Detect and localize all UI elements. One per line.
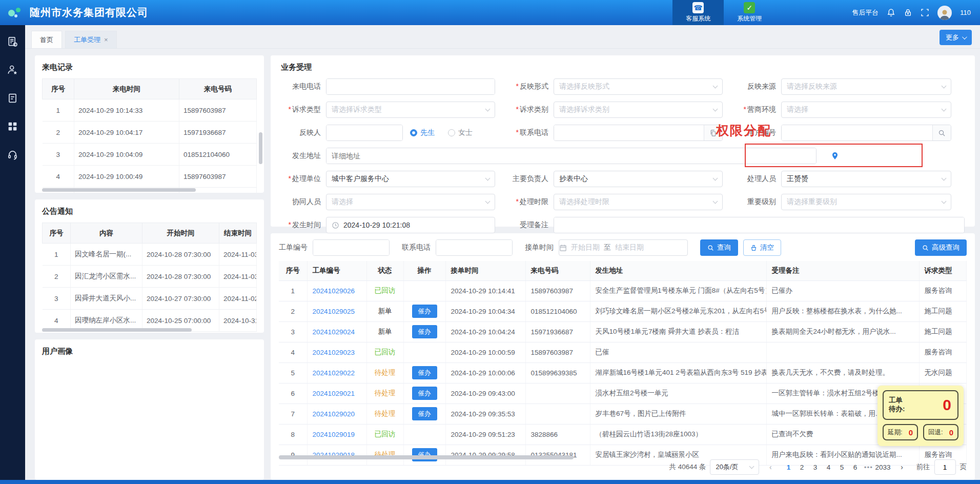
todo-popup[interactable]: 工单待办: 0 延期:0 回退:0	[877, 386, 964, 446]
apps-grid-icon[interactable]	[7, 121, 18, 132]
column-header: 接单时间	[445, 261, 525, 280]
page-number[interactable]: 3	[808, 460, 822, 474]
icon-sidebar	[0, 25, 25, 484]
page-number[interactable]: 1	[782, 460, 795, 474]
back-count-box[interactable]: 回退:0	[923, 424, 958, 440]
work-order-row: 620241029021待处理催办2024-10-29 09:43:00涢水村五…	[279, 383, 967, 404]
call-record-row[interactable]: 32024-10-29 10:04:09018512104060	[43, 144, 257, 166]
date-range-picker[interactable]: 开始日期 至 结束日期	[559, 239, 688, 256]
order-no-link[interactable]: 20241029022	[313, 369, 355, 377]
column-header: 来电号码	[179, 79, 257, 99]
next-page-icon[interactable]: ›	[895, 460, 909, 474]
order-no-link[interactable]: 20241029025	[313, 308, 355, 315]
order-no-link[interactable]: 20241029020	[313, 410, 355, 418]
appeal-type-select[interactable]: 请选择诉求类型	[326, 102, 495, 118]
call-record-row[interactable]: 12024-10-29 10:14:3315897603987	[43, 99, 257, 122]
bell-icon[interactable]	[887, 8, 895, 17]
tile-customer-service[interactable]: ☎ 客服系统	[672, 0, 724, 25]
urge-button[interactable]: 催办	[412, 387, 437, 400]
urge-button[interactable]: 催办	[412, 448, 437, 461]
importance-label: 重要级别	[736, 197, 781, 207]
handle-limit-label: *处理时限	[508, 197, 554, 207]
user-avatar[interactable]	[937, 6, 952, 20]
order-no-link[interactable]: 20241029026	[313, 287, 355, 295]
column-header: 序号	[43, 223, 71, 244]
call-phone-input[interactable]	[326, 79, 495, 94]
reporter-label: 反映人	[281, 128, 326, 137]
reflect-source-select[interactable]: 请选择反映来源	[781, 78, 951, 95]
reporter-input[interactable]	[326, 125, 403, 140]
business-env-select[interactable]: 请选择	[781, 102, 951, 118]
tab-work-order[interactable]: 工单受理 ×	[65, 31, 117, 48]
notice-row[interactable]: 3因舜井大道天风小...2024-10-27 07:30:002024-11-0…	[43, 288, 257, 310]
document-list-icon[interactable]	[7, 93, 18, 104]
work-order-config-icon[interactable]	[7, 36, 18, 47]
horizontal-scrollbar[interactable]	[42, 328, 192, 332]
delay-count-box[interactable]: 延期:0	[883, 424, 918, 440]
order-no-link[interactable]: 20241029021	[313, 390, 355, 397]
filter-order-no-input[interactable]	[313, 240, 390, 255]
fullscreen-icon[interactable]	[921, 8, 929, 17]
radio-female[interactable]: 女士	[448, 128, 473, 137]
horizontal-scrollbar[interactable]	[279, 455, 574, 459]
order-no-link[interactable]: 20241029024	[313, 328, 355, 336]
tile-system-management[interactable]: ✓ 系统管理	[724, 0, 775, 25]
work-order-row: 520241029022待处理催办2024-10-29 10:00:060158…	[279, 362, 967, 383]
urge-button[interactable]: 催办	[412, 325, 437, 338]
co-staff-select[interactable]: 请选择	[326, 194, 495, 210]
page-ellipsis[interactable]: •••	[862, 460, 875, 474]
search-button[interactable]: 查询	[700, 239, 738, 256]
location-pin-icon[interactable]	[831, 152, 839, 160]
column-header: 诉求类型	[919, 261, 967, 280]
page-number[interactable]: 2	[795, 460, 808, 474]
more-button[interactable]: 更多	[940, 30, 972, 45]
horizontal-scrollbar[interactable]	[42, 188, 196, 192]
goto-page-input[interactable]	[934, 459, 956, 475]
page-number[interactable]: 2033	[875, 460, 890, 474]
urge-button[interactable]: 催办	[412, 366, 437, 379]
page-size-select[interactable]: 20条/页	[710, 459, 759, 475]
importance-select[interactable]: 请选择重要级别	[781, 194, 951, 210]
user-number-input[interactable]	[782, 125, 932, 140]
handle-limit-select[interactable]: 请选择处理时限	[554, 194, 723, 210]
vip-customer-icon[interactable]	[7, 65, 18, 75]
order-no-link[interactable]: 20241029023	[313, 349, 355, 356]
advanced-search-button[interactable]: 高级查询	[915, 239, 967, 256]
column-header: 序号	[279, 261, 307, 280]
column-header: 开始时间	[142, 223, 219, 244]
main-principal-select[interactable]: 抄表中心	[554, 171, 723, 187]
contact-phone-input[interactable]	[554, 125, 704, 140]
handle-unit-select[interactable]: 城中客户服务中心	[326, 171, 495, 187]
page-number[interactable]: 4	[822, 460, 835, 474]
work-order-row: 720241029020待处理催办2024-10-29 09:35:53岁丰巷6…	[279, 404, 967, 424]
address-input[interactable]	[326, 148, 816, 164]
close-tab-icon[interactable]: ×	[104, 36, 108, 44]
page-number[interactable]: 5	[835, 460, 848, 474]
clear-button[interactable]: 清空	[743, 239, 781, 256]
notice-row[interactable]: 1因文峰名居一期(...2024-10-28 07:30:002024-11-0…	[43, 244, 257, 266]
todo-count-box[interactable]: 工单待办: 0	[883, 390, 958, 420]
reflect-form-select[interactable]: 请选择反映形式	[554, 78, 723, 95]
headset-icon[interactable]	[7, 149, 18, 160]
urge-button[interactable]: 催办	[412, 305, 437, 318]
notice-row[interactable]: 2因汇龙湾小区需水...2024-10-28 07:30:002024-11-0…	[43, 266, 257, 288]
accept-note-input[interactable]	[554, 217, 964, 233]
call-record-row[interactable]: 22024-10-29 10:04:1715971936687	[43, 122, 257, 144]
tab-home[interactable]: 首页	[31, 31, 62, 48]
search-icon[interactable]	[932, 125, 951, 140]
phone-icon: ☎	[692, 2, 704, 13]
user-profile-panel: 用户画像	[35, 339, 264, 480]
call-record-row[interactable]: 42024-10-29 10:00:4915897603987	[43, 166, 257, 188]
filter-phone-input[interactable]	[436, 240, 513, 255]
aftersale-platform-link[interactable]: 售后平台	[852, 8, 879, 17]
page-number[interactable]: 6	[848, 460, 862, 474]
handler-select[interactable]: 王赟赟	[781, 171, 951, 187]
vertical-scrollbar[interactable]	[259, 132, 262, 164]
lock-icon[interactable]	[904, 8, 912, 17]
radio-male[interactable]: 先生	[410, 128, 435, 137]
urge-button[interactable]: 催办	[412, 407, 437, 420]
appeal-category-select[interactable]: 请选择诉求类别	[554, 102, 723, 118]
order-no-link[interactable]: 20241029019	[313, 431, 355, 438]
work-order-row: 420241029023已回访2024-10-29 10:00:59158976…	[279, 342, 967, 362]
prev-page-icon[interactable]: ‹	[763, 460, 778, 474]
